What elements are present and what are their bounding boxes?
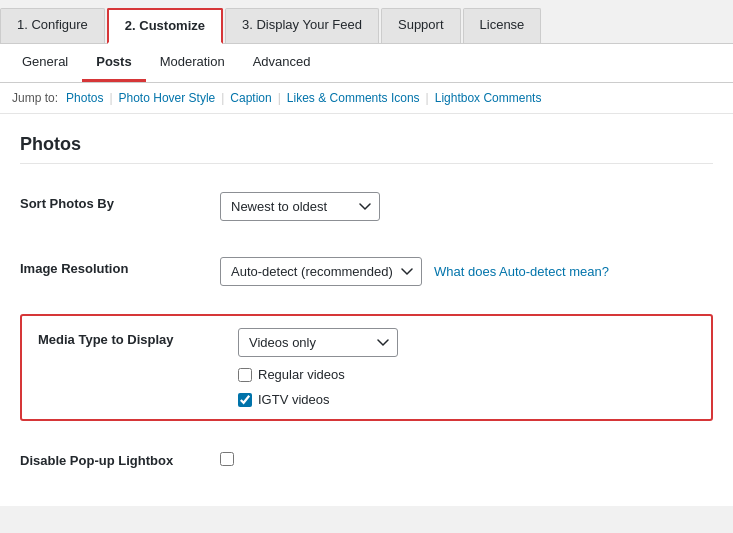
jump-link-photo-hover-style[interactable]: Photo Hover Style — [119, 91, 216, 105]
main-content: Photos Sort Photos By Newest to oldest O… — [0, 114, 733, 506]
sort-photos-by-select[interactable]: Newest to oldest Oldest to newest Random — [220, 192, 380, 221]
media-type-control: All Photos only Videos only Regular vide… — [238, 328, 695, 407]
regular-videos-checkbox[interactable] — [238, 368, 252, 382]
jump-link-caption[interactable]: Caption — [230, 91, 271, 105]
sort-photos-by-control: Newest to oldest Oldest to newest Random — [220, 192, 713, 221]
section-title: Photos — [20, 134, 713, 164]
regular-videos-label: Regular videos — [258, 367, 345, 382]
image-resolution-row: Image Resolution Auto-detect (recommende… — [20, 249, 713, 294]
jump-to-bar: Jump to: Photos | Photo Hover Style | Ca… — [0, 83, 733, 114]
tab-posts[interactable]: Posts — [82, 44, 145, 82]
media-type-select[interactable]: All Photos only Videos only — [238, 328, 398, 357]
tab-general[interactable]: General — [8, 44, 82, 82]
auto-detect-help-link[interactable]: What does Auto-detect mean? — [434, 264, 609, 279]
regular-videos-row: Regular videos — [238, 367, 345, 382]
tab-advanced[interactable]: Advanced — [239, 44, 325, 82]
tab-display-your-feed[interactable]: 3. Display Your Feed — [225, 8, 379, 43]
tab-license[interactable]: License — [463, 8, 542, 43]
media-type-label: Media Type to Display — [38, 328, 238, 347]
top-tab-bar: 1. Configure 2. Customize 3. Display You… — [0, 0, 733, 44]
jump-link-photos[interactable]: Photos — [66, 91, 103, 105]
disable-popup-checkbox[interactable] — [220, 452, 234, 466]
image-resolution-select[interactable]: Auto-detect (recommended) Thumbnail Low … — [220, 257, 422, 286]
sort-photos-by-label: Sort Photos By — [20, 192, 220, 211]
tab-moderation[interactable]: Moderation — [146, 44, 239, 82]
tab-customize[interactable]: 2. Customize — [107, 8, 223, 44]
jump-link-lightbox-comments[interactable]: Lightbox Comments — [435, 91, 542, 105]
igtv-videos-label: IGTV videos — [258, 392, 330, 407]
igtv-videos-checkbox[interactable] — [238, 393, 252, 407]
jump-to-label: Jump to: — [12, 91, 58, 105]
image-resolution-label: Image Resolution — [20, 257, 220, 276]
disable-popup-row: Disable Pop-up Lightbox — [20, 441, 713, 476]
disable-popup-control — [220, 452, 713, 466]
sort-photos-by-row: Sort Photos By Newest to oldest Oldest t… — [20, 184, 713, 229]
second-tab-bar: General Posts Moderation Advanced — [0, 44, 733, 83]
tab-configure[interactable]: 1. Configure — [0, 8, 105, 43]
tab-support[interactable]: Support — [381, 8, 461, 43]
app-wrapper: 1. Configure 2. Customize 3. Display You… — [0, 0, 733, 533]
disable-popup-label: Disable Pop-up Lightbox — [20, 449, 220, 468]
image-resolution-control: Auto-detect (recommended) Thumbnail Low … — [220, 257, 713, 286]
media-type-highlight-box: Media Type to Display All Photos only Vi… — [20, 314, 713, 421]
igtv-videos-row: IGTV videos — [238, 392, 330, 407]
jump-link-likes-comments-icons[interactable]: Likes & Comments Icons — [287, 91, 420, 105]
